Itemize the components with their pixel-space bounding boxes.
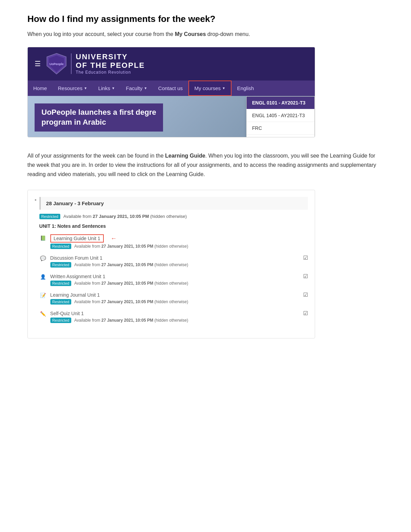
logo-shield: UoPeople (46, 53, 67, 75)
nav-faculty[interactable]: Faculty ▼ (121, 81, 153, 96)
lg-items-list: 📗 Learning Guide Unit 1 ← Restricted Ava… (39, 233, 308, 324)
body-paragraph: All of your assignments for the week can… (27, 151, 384, 179)
mycourses-dropdown: ENGL 0101 - AY2021-T3 ENGL 1405 - AY2021… (246, 96, 315, 137)
lg-item-title: Learning Guide Unit 1 ← (50, 234, 308, 243)
lg-item-avail: Restricted Available from 27 January 202… (50, 299, 308, 305)
nav-area: Home Resources ▼ Links ▼ Faculty ▼ Conta… (28, 81, 315, 96)
lg-item-avail: Restricted Available from 27 January 202… (50, 281, 308, 286)
restricted-badge-lg: Restricted (50, 244, 72, 249)
hero-text: UoPeople launches a first degre program … (35, 103, 163, 131)
section-header: 28 January - 3 February (39, 197, 308, 210)
logo-area: UoPeople UNIVERSITY OF THE PEOPLE The Ed… (46, 53, 145, 75)
lg-item-content: Learning Journal Unit 1 ☑ Restricted Ava… (50, 292, 308, 305)
faculty-arrow: ▼ (144, 86, 147, 90)
quiz-icon: ✏️ (39, 310, 47, 318)
resources-arrow: ▼ (84, 86, 87, 90)
hamburger-icon[interactable]: ☰ (35, 60, 41, 68)
discussion-link: Discussion Forum Unit 1 ☑ (50, 255, 308, 261)
nav-home[interactable]: Home (28, 81, 52, 96)
list-item: 💬 Discussion Forum Unit 1 ☑ Restricted A… (39, 253, 308, 269)
journal-link: Learning Journal Unit 1 ☑ (50, 292, 308, 298)
checkmark: ☑ (303, 255, 308, 261)
learning-guide-screenshot: • 28 January - 3 February Restricted Ava… (27, 190, 315, 338)
lg-item-avail: Restricted Available from 27 January 202… (50, 262, 308, 268)
uop-header: ☰ UoPeople UNIVERSITY OF THE PEOPLE The … (28, 47, 315, 81)
checkmark: ☑ (303, 310, 308, 317)
unit-heading: UNIT 1: Notes and Sentences (39, 223, 308, 229)
checkmark: ☑ (303, 292, 308, 298)
nav-resources[interactable]: Resources ▼ (52, 81, 93, 96)
written-assignment-link: Written Assignment Unit 1 ☑ (50, 273, 308, 280)
lg-item-content: Discussion Forum Unit 1 ☑ Restricted Ava… (50, 255, 308, 268)
intro-paragraph: When you log into your account, select y… (27, 30, 384, 39)
arrow-indicator: ← (111, 235, 117, 242)
nav-mycourses[interactable]: My courses ▼ (188, 81, 232, 96)
links-arrow: ▼ (112, 86, 115, 90)
nav-contact[interactable]: Contact us (153, 81, 188, 96)
nav-bar: Home Resources ▼ Links ▼ Faculty ▼ Conta… (28, 81, 315, 96)
list-item: 📗 Learning Guide Unit 1 ← Restricted Ava… (39, 233, 308, 250)
star-bullet: • (35, 197, 37, 203)
lg-icon-book: 📗 (39, 234, 47, 242)
checkmark: ☑ (303, 273, 308, 280)
lg-item-content: Learning Guide Unit 1 ← Restricted Avail… (50, 234, 308, 249)
written-assignment-icon: 👤 (39, 273, 47, 281)
nav-links[interactable]: Links ▼ (93, 81, 121, 96)
discussion-icon: 💬 (39, 255, 47, 262)
uopeople-screenshot: ☰ UoPeople UNIVERSITY OF THE PEOPLE The … (27, 47, 315, 137)
lg-item-content: Written Assignment Unit 1 ☑ Restricted A… (50, 273, 308, 286)
lg-item-avail: Restricted Available from 27 January 202… (50, 244, 308, 249)
lg-item-content: Self-Quiz Unit 1 ☑ Restricted Available … (50, 310, 308, 323)
page-title: How do I find my assignments for the wee… (27, 14, 384, 24)
restricted-badge: Restricted (50, 262, 72, 268)
restricted-badge: Restricted (50, 318, 72, 323)
list-item: 📝 Learning Journal Unit 1 ☑ Restricted A… (39, 290, 308, 306)
section-availability: Restricted Available from 27 January 202… (39, 214, 308, 219)
lg-item-avail: Restricted Available from 27 January 202… (50, 318, 308, 323)
dropdown-item-frc[interactable]: FRC (247, 122, 314, 135)
restricted-badge: Restricted (39, 214, 61, 219)
dropdown-item-lrc[interactable]: LRC (247, 135, 314, 137)
list-item: ✏️ Self-Quiz Unit 1 ☑ Restricted Availab… (39, 309, 308, 324)
journal-icon: 📝 (39, 292, 47, 299)
university-name: UNIVERSITY OF THE PEOPLE The Education R… (76, 53, 145, 75)
nav-english[interactable]: English (232, 81, 259, 96)
restricted-badge: Restricted (50, 281, 72, 286)
mycourses-arrow: ▼ (222, 86, 225, 90)
shield-svg: UoPeople (46, 53, 67, 75)
dropdown-item-engl0101[interactable]: ENGL 0101 - AY2021-T3 (247, 97, 314, 109)
dropdown-item-engl1405[interactable]: ENGL 1405 - AY2021-T3 (247, 109, 314, 122)
list-item: 👤 Written Assignment Unit 1 ☑ Restricted… (39, 272, 308, 287)
logo-divider (71, 53, 72, 74)
restricted-badge: Restricted (50, 299, 72, 305)
quiz-link: Self-Quiz Unit 1 ☑ (50, 310, 308, 317)
svg-text:UoPeople: UoPeople (49, 62, 64, 66)
learning-guide-link[interactable]: Learning Guide Unit 1 (50, 234, 104, 243)
body-section: All of your assignments for the week can… (27, 151, 384, 179)
